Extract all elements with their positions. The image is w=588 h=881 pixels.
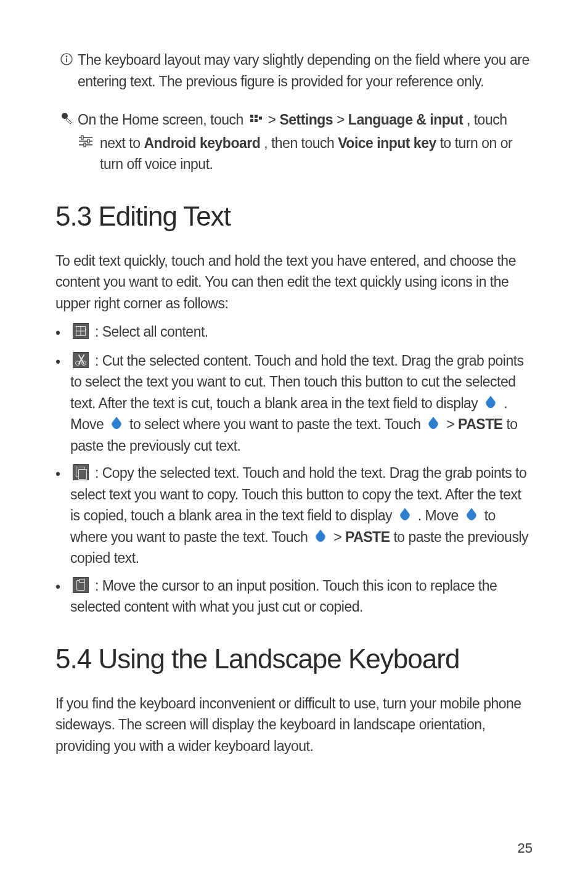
- svg-rect-8: [259, 117, 262, 120]
- voice-input-key-label: Voice input key: [338, 135, 436, 151]
- text-cursor-marker-icon: [485, 396, 496, 409]
- paste-icon: [73, 577, 89, 593]
- info-icon: [60, 51, 73, 72]
- language-input-label: Language & input: [348, 112, 463, 128]
- bullet-marker: •: [55, 321, 70, 344]
- text-cursor-marker-icon: [111, 417, 122, 430]
- svg-rect-6: [250, 119, 253, 122]
- svg-rect-12: [81, 136, 83, 139]
- svg-point-3: [62, 113, 68, 119]
- apps-grid-icon: [250, 111, 262, 133]
- copy-icon: [73, 464, 89, 480]
- svg-rect-2: [66, 58, 67, 62]
- svg-rect-4: [250, 115, 253, 118]
- heading-landscape-keyboard: 5.4 Using the Landscape Keyboard: [55, 639, 533, 679]
- text-cursor-marker-icon: [428, 417, 439, 430]
- paste-label: PASTE: [345, 529, 390, 545]
- text: >: [446, 416, 458, 432]
- text: : Select all content.: [95, 324, 208, 340]
- bullet-copy: : Copy the selected text. Touch and hold…: [70, 462, 533, 569]
- text: , then touch: [264, 135, 338, 151]
- svg-rect-13: [88, 139, 89, 143]
- page-number: 25: [518, 840, 533, 856]
- text: : Move the cursor to an input position. …: [70, 578, 497, 615]
- text-cursor-marker-icon: [315, 530, 326, 543]
- settings-label: Settings: [279, 112, 333, 128]
- paste-label: PASTE: [458, 416, 502, 432]
- svg-rect-7: [255, 119, 258, 122]
- text: >: [268, 112, 280, 128]
- paragraph-landscape-keyboard: If you find the keyboard inconvenient or…: [55, 693, 533, 757]
- svg-point-1: [66, 55, 68, 57]
- android-keyboard-label: Android keyboard: [144, 135, 260, 151]
- text: , touch: [467, 112, 507, 128]
- text: : Cut the selected content. Touch and ho…: [70, 353, 524, 411]
- tip-icon: [59, 110, 74, 132]
- bullet-cut: : Cut the selected content. Touch and ho…: [70, 350, 533, 457]
- sliders-icon: [78, 133, 94, 154]
- cut-icon: [73, 352, 89, 368]
- bullet-marker: •: [55, 462, 70, 485]
- text: to select where you want to paste the te…: [129, 416, 424, 432]
- svg-rect-5: [255, 115, 258, 118]
- paragraph-editing-text: To edit text quickly, touch and hold the…: [55, 250, 533, 314]
- bullet-marker: •: [55, 575, 70, 598]
- text-cursor-marker-icon: [399, 508, 410, 522]
- tip-voice-input: On the Home screen, touch > Settings > L…: [78, 109, 533, 175]
- text: >: [333, 529, 345, 545]
- select-all-icon: [73, 323, 89, 339]
- text: . Move: [418, 507, 462, 523]
- bullet-marker: •: [55, 350, 70, 373]
- text: On the Home screen, touch: [78, 112, 247, 128]
- bullet-paste: : Move the cursor to an input position. …: [70, 575, 533, 618]
- svg-rect-14: [84, 143, 86, 147]
- text-cursor-marker-icon: [466, 508, 477, 522]
- text: next to: [100, 135, 144, 151]
- text: >: [337, 112, 348, 128]
- note-keyboard-layout: The keyboard layout may vary slightly de…: [78, 49, 533, 92]
- heading-editing-text: 5.3 Editing Text: [55, 196, 533, 237]
- bullet-select-all: : Select all content.: [70, 321, 533, 343]
